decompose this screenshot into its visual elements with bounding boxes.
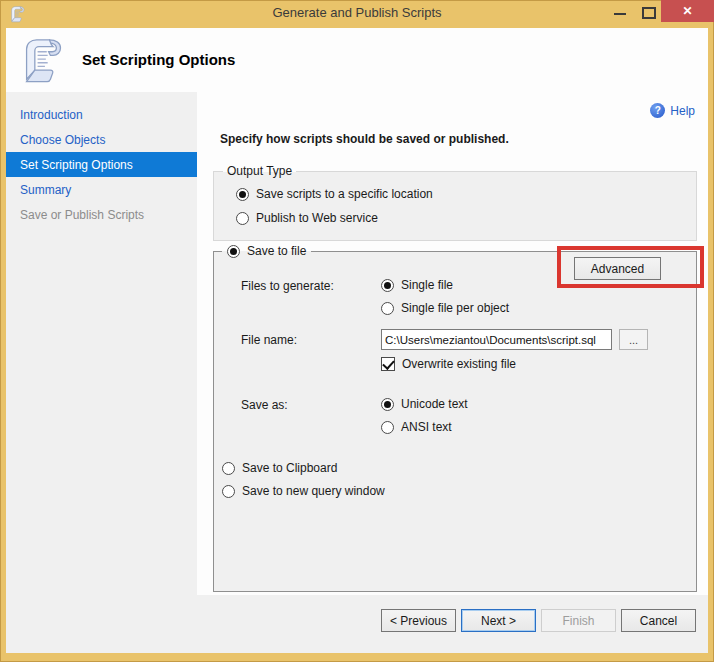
radio-icon[interactable]: [236, 212, 249, 225]
radio-label: ANSI text: [401, 420, 452, 434]
radio-save-to-file[interactable]: Save to file: [222, 243, 311, 259]
radio-icon[interactable]: [381, 279, 394, 292]
radio-publish-web-service[interactable]: Publish to Web service: [236, 210, 378, 226]
radio-save-to-clipboard[interactable]: Save to Clipboard: [222, 460, 337, 476]
radio-icon[interactable]: [227, 245, 240, 258]
radio-label: Save to Clipboard: [242, 461, 337, 475]
page-title: Set Scripting Options: [82, 51, 235, 68]
overwrite-existing-file-checkbox-row[interactable]: Overwrite existing file: [381, 356, 516, 372]
radio-label: Single file per object: [401, 301, 509, 315]
minimize-icon[interactable]: [614, 13, 626, 15]
sidebar-item-choose-objects[interactable]: Choose Objects: [6, 127, 197, 152]
radio-label: Save to new query window: [242, 484, 385, 498]
instruction-text: Specify how scripts should be saved or p…: [220, 132, 509, 146]
window-title: Generate and Publish Scripts: [0, 0, 714, 28]
sidebar-item-summary[interactable]: Summary: [6, 177, 197, 202]
radio-save-scripts-location[interactable]: Save scripts to a specific location: [236, 186, 433, 202]
wizard-window: Generate and Publish Scripts ✕ Set Scrip…: [0, 0, 714, 662]
sidebar-item-label: Introduction: [20, 108, 83, 122]
radio-icon[interactable]: [381, 302, 394, 315]
previous-button[interactable]: < Previous: [381, 609, 456, 632]
checkbox-icon[interactable]: [381, 357, 395, 371]
save-as-label: Save as:: [241, 398, 288, 412]
radio-icon[interactable]: [381, 398, 394, 411]
radio-label: Single file: [401, 278, 453, 292]
radio-icon[interactable]: [222, 485, 235, 498]
radio-icon[interactable]: [236, 188, 249, 201]
maximize-icon[interactable]: [642, 7, 656, 19]
help-link[interactable]: ? Help: [650, 103, 695, 118]
radio-label: Unicode text: [401, 397, 468, 411]
help-label: Help: [670, 104, 695, 118]
radio-label: Publish to Web service: [256, 211, 378, 225]
sidebar-item-label: Choose Objects: [20, 133, 105, 147]
wizard-footer: < Previous Next > Finish Cancel: [197, 591, 708, 653]
radio-label: Save scripts to a specific location: [256, 187, 433, 201]
radio-single-file[interactable]: Single file: [381, 277, 453, 293]
radio-icon[interactable]: [222, 462, 235, 475]
sidebar-item-set-scripting-options[interactable]: Set Scripting Options: [6, 152, 197, 177]
file-name-input[interactable]: [381, 329, 612, 350]
browse-button[interactable]: ...: [619, 329, 648, 350]
files-to-generate-label: Files to generate:: [241, 279, 334, 293]
radio-label: Save to file: [247, 244, 306, 258]
sidebar-item-save-or-publish[interactable]: Save or Publish Scripts: [6, 202, 197, 227]
finish-button[interactable]: Finish: [541, 609, 616, 632]
scroll-icon: [22, 36, 66, 84]
radio-unicode-text[interactable]: Unicode text: [381, 396, 468, 412]
close-icon[interactable]: ✕: [661, 0, 714, 22]
checkbox-label: Overwrite existing file: [402, 357, 516, 371]
wizard-header: Set Scripting Options: [6, 28, 708, 92]
dialog-body: Set Scripting Options Introduction Choos…: [6, 28, 708, 653]
radio-icon[interactable]: [381, 421, 394, 434]
file-name-label: File name:: [241, 333, 297, 347]
radio-ansi-text[interactable]: ANSI text: [381, 419, 452, 435]
cancel-button[interactable]: Cancel: [621, 609, 696, 632]
help-icon: ?: [650, 103, 665, 118]
output-type-legend: Output Type: [223, 164, 296, 179]
wizard-steps-sidebar: Introduction Choose Objects Set Scriptin…: [6, 92, 197, 653]
radio-single-file-per-object[interactable]: Single file per object: [381, 300, 509, 316]
sidebar-item-label: Set Scripting Options: [20, 158, 133, 172]
sidebar-item-introduction[interactable]: Introduction: [6, 102, 197, 127]
title-bar: Generate and Publish Scripts ✕: [0, 0, 714, 28]
main-panel: ? Help Specify how scripts should be sav…: [197, 92, 708, 591]
radio-save-to-new-query-window[interactable]: Save to new query window: [222, 483, 385, 499]
sidebar-item-label: Save or Publish Scripts: [20, 208, 144, 222]
next-button[interactable]: Next >: [461, 609, 536, 632]
sidebar-item-label: Summary: [20, 183, 71, 197]
save-options-group: Save to file Advanced Files to generate:…: [213, 251, 697, 592]
output-type-group: Output Type Save scripts to a specific l…: [213, 171, 697, 241]
advanced-button[interactable]: Advanced: [574, 257, 661, 280]
